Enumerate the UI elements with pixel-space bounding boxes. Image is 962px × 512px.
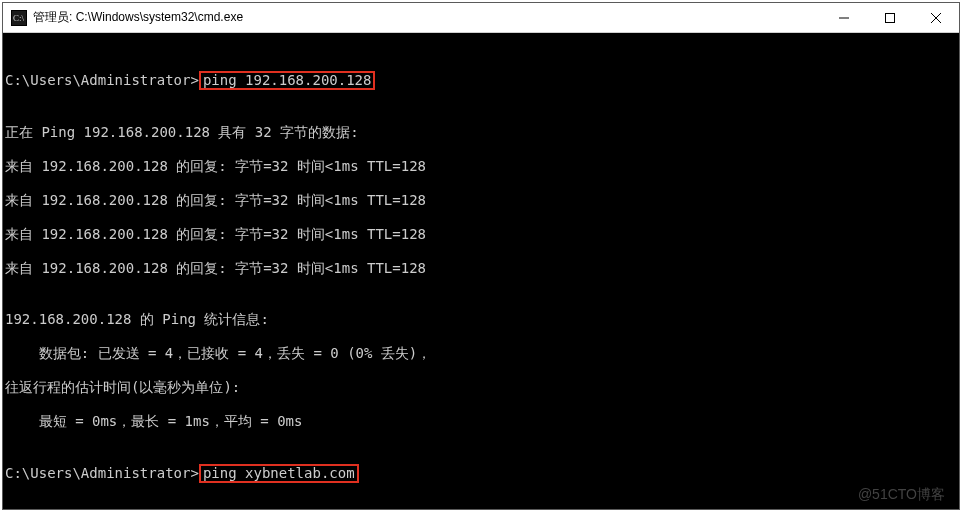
terminal-line: 来自 192.168.200.128 的回复: 字节=32 时间<1ms TTL…: [5, 192, 957, 209]
terminal-line: 往返行程的估计时间(以毫秒为单位):: [5, 379, 957, 396]
terminal-line: 来自 192.168.200.128 的回复: 字节=32 时间<1ms TTL…: [5, 226, 957, 243]
svg-rect-4: [886, 13, 895, 22]
terminal-line: 数据包: 已发送 = 4，已接收 = 4，丢失 = 0 (0% 丢失)，: [5, 345, 957, 362]
command-highlight: ping 192.168.200.128: [199, 71, 376, 90]
window-title: 管理员: C:\Windows\system32\cmd.exe: [33, 9, 821, 26]
minimize-button[interactable]: [821, 3, 867, 32]
terminal-line: 192.168.200.128 的 Ping 统计信息:: [5, 311, 957, 328]
prompt-prefix: C:\Users\Administrator>: [5, 465, 199, 481]
terminal-line: 来自 192.168.200.128 的回复: 字节=32 时间<1ms TTL…: [5, 158, 957, 175]
cmd-icon: C:\: [11, 10, 27, 26]
titlebar[interactable]: C:\ 管理员: C:\Windows\system32\cmd.exe: [3, 3, 959, 33]
window-controls: [821, 3, 959, 32]
terminal-line: 来自 192.168.200.128 的回复: 字节=32 时间<1ms TTL…: [5, 260, 957, 277]
prompt-line: C:\Users\Administrator>ping 192.168.200.…: [5, 71, 957, 90]
svg-text:C:\: C:\: [13, 13, 25, 23]
watermark: @51CTO博客: [858, 486, 945, 503]
prompt-line: C:\Users\Administrator>ping xybnetlab.co…: [5, 464, 957, 483]
terminal-line: 最短 = 0ms，最长 = 1ms，平均 = 0ms: [5, 413, 957, 430]
terminal-line: 正在 Ping 192.168.200.128 具有 32 字节的数据:: [5, 124, 957, 141]
terminal-body[interactable]: C:\Users\Administrator>ping 192.168.200.…: [3, 33, 959, 509]
prompt-prefix: C:\Users\Administrator>: [5, 72, 199, 88]
command-highlight: ping xybnetlab.com: [199, 464, 359, 483]
maximize-button[interactable]: [867, 3, 913, 32]
close-button[interactable]: [913, 3, 959, 32]
cmd-window: C:\ 管理员: C:\Windows\system32\cmd.exe C:\…: [2, 2, 960, 510]
